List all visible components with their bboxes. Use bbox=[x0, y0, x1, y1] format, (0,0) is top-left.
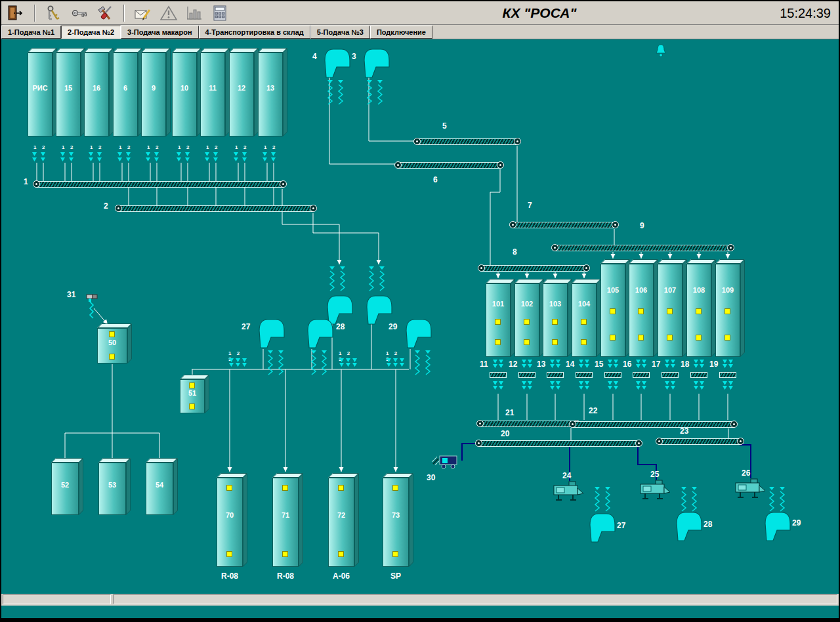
diagram-label: 30 bbox=[427, 474, 435, 482]
silo-107[interactable]: 107 bbox=[658, 264, 682, 357]
conveyor-1[interactable] bbox=[36, 181, 284, 188]
silo-outlet: 12 bbox=[32, 144, 49, 164]
settings-tools-button[interactable] bbox=[93, 3, 117, 23]
diagram-label: 28 bbox=[336, 323, 345, 331]
feeder-14[interactable] bbox=[576, 372, 593, 378]
conveyor-9[interactable] bbox=[555, 245, 731, 251]
tank-71[interactable]: 71 bbox=[272, 478, 299, 567]
receiver-hopper[interactable] bbox=[365, 294, 394, 325]
tank-73[interactable]: 73 bbox=[383, 478, 409, 567]
bin-53[interactable]: 53 bbox=[98, 463, 126, 515]
silo-outlet: 12 bbox=[117, 144, 134, 164]
access-key-button[interactable] bbox=[68, 3, 91, 23]
vibro-feeder-icon bbox=[412, 350, 434, 377]
diagram-label: 21 bbox=[505, 409, 514, 417]
silo-left-7[interactable]: 11 bbox=[200, 52, 225, 136]
receiver-hopper-3[interactable] bbox=[362, 47, 391, 79]
feeder-19[interactable] bbox=[719, 372, 736, 378]
conveyor-5[interactable] bbox=[417, 138, 518, 145]
conveyor-23[interactable] bbox=[659, 438, 741, 445]
receiver-hopper-28[interactable] bbox=[306, 318, 335, 349]
silo-left-8[interactable]: 12 bbox=[229, 52, 254, 136]
conveyor-roller bbox=[394, 161, 402, 169]
tab-2[interactable]: 2-Подача №2 bbox=[61, 26, 121, 39]
receiver-hopper-27[interactable] bbox=[588, 512, 617, 543]
conveyor-22[interactable] bbox=[572, 421, 734, 428]
outlet-number: 2 bbox=[70, 144, 73, 150]
tab-3[interactable]: 3-Подача макарон bbox=[121, 26, 198, 39]
receiver-hopper-28[interactable] bbox=[675, 510, 704, 542]
tank-70[interactable]: 70 bbox=[217, 478, 243, 567]
feeder-15[interactable] bbox=[604, 372, 621, 378]
bin-52[interactable]: 52 bbox=[51, 463, 79, 515]
conveyor-6[interactable] bbox=[398, 162, 501, 169]
alarm-bell-icon[interactable] bbox=[654, 43, 668, 58]
receiver-hopper-29[interactable] bbox=[763, 510, 792, 542]
silo-102[interactable]: 102 bbox=[514, 283, 539, 357]
silo-109[interactable]: 109 bbox=[715, 264, 740, 357]
conveyor-roller bbox=[730, 421, 738, 428]
silo-left-6[interactable]: 10 bbox=[172, 52, 197, 136]
feeder-12[interactable] bbox=[518, 372, 536, 378]
conveyor-7[interactable] bbox=[513, 222, 616, 228]
receiver-hopper-29[interactable] bbox=[404, 318, 433, 349]
silo-106[interactable]: 106 bbox=[629, 264, 654, 357]
toolbar-separator bbox=[34, 5, 35, 22]
conveyor-21[interactable] bbox=[480, 421, 577, 427]
feeder-16[interactable] bbox=[633, 372, 650, 378]
feeder-17[interactable] bbox=[662, 372, 679, 378]
report-button[interactable] bbox=[131, 3, 155, 23]
feeder-11[interactable] bbox=[490, 372, 507, 378]
tab-6[interactable]: Подключение bbox=[370, 26, 432, 39]
conveyor-2[interactable] bbox=[118, 205, 314, 212]
equipment-label: 15 bbox=[56, 84, 81, 92]
silo-105[interactable]: 105 bbox=[600, 264, 625, 357]
silo-left-5[interactable]: 9 bbox=[141, 52, 166, 136]
diagram-label: 5 bbox=[442, 122, 447, 130]
values-table-button[interactable] bbox=[208, 3, 232, 23]
unit-51[interactable]: 51 bbox=[180, 379, 205, 413]
outlet-number: 2 bbox=[272, 144, 275, 150]
silo-left-4[interactable]: 6 bbox=[113, 52, 138, 136]
silo-left-9[interactable]: 13 bbox=[258, 52, 283, 136]
vibro-feeder-icon bbox=[366, 266, 388, 293]
silo-outlet: 12 bbox=[233, 144, 250, 164]
receiver-hopper-27[interactable] bbox=[257, 318, 286, 349]
silo-left-1[interactable]: РИС bbox=[28, 52, 52, 136]
silo-left-3[interactable]: 16 bbox=[84, 52, 109, 136]
silo-104[interactable]: 104 bbox=[572, 283, 597, 357]
valve-31[interactable] bbox=[83, 294, 100, 324]
conveyor-8[interactable] bbox=[481, 265, 587, 272]
outlet-number: 2 bbox=[42, 144, 45, 150]
blower-25[interactable] bbox=[640, 479, 671, 500]
blower-24[interactable] bbox=[553, 480, 585, 501]
conveyor-roller bbox=[727, 244, 734, 251]
status-indicator bbox=[392, 485, 398, 491]
conveyor-roller bbox=[497, 161, 504, 169]
bin-54[interactable]: 54 bbox=[146, 463, 173, 515]
diagram-label: R-08 bbox=[217, 572, 243, 580]
feeder-18[interactable] bbox=[690, 372, 707, 378]
receiver-hopper-4[interactable] bbox=[323, 47, 352, 79]
silo-108[interactable]: 108 bbox=[686, 264, 711, 357]
feeder-13[interactable] bbox=[547, 372, 564, 378]
exit-button[interactable] bbox=[4, 3, 28, 23]
tab-5[interactable]: 5-Подача №3 bbox=[310, 26, 370, 39]
silo-103[interactable]: 103 bbox=[543, 283, 568, 357]
tab-4[interactable]: 4-Транспортировка в склад bbox=[199, 26, 310, 39]
conveyor-20[interactable] bbox=[478, 440, 639, 447]
keys-button[interactable] bbox=[42, 3, 66, 23]
status-indicator bbox=[638, 335, 644, 341]
diagram-label: 19 bbox=[709, 360, 718, 368]
tab-1[interactable]: 1-Подача №1 bbox=[1, 26, 61, 39]
equipment-label: 70 bbox=[217, 511, 243, 519]
silo-left-2[interactable]: 15 bbox=[56, 52, 81, 136]
outlet-arrows-icon bbox=[60, 152, 77, 165]
trends-button[interactable] bbox=[182, 3, 206, 23]
unit-50[interactable]: 50 bbox=[97, 328, 127, 363]
silo-101[interactable]: 101 bbox=[486, 283, 511, 357]
machine-30[interactable] bbox=[430, 453, 465, 470]
blower-26[interactable] bbox=[735, 478, 766, 499]
tank-72[interactable]: 72 bbox=[328, 478, 354, 567]
alarms-button[interactable] bbox=[157, 3, 180, 23]
